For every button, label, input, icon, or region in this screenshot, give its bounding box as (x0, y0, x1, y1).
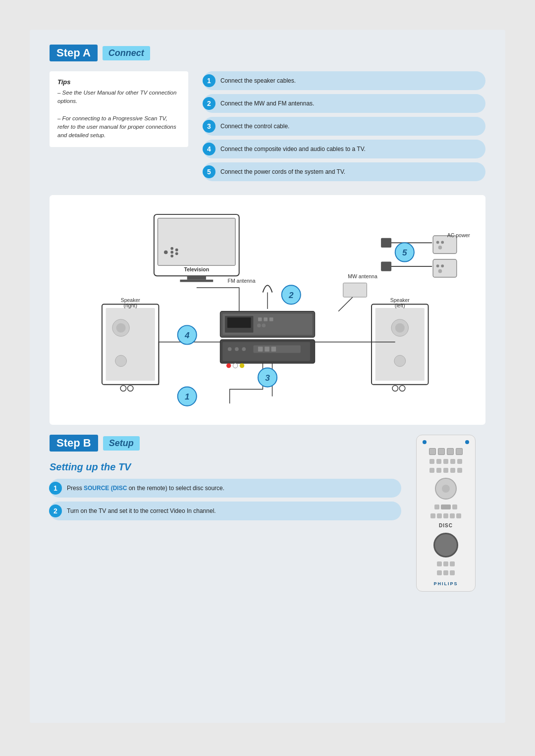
remote-row-5 (430, 513, 461, 518)
svg-rect-54 (433, 259, 457, 277)
step-b-item-2: 2 Turn on the TV and set it to the corre… (50, 502, 401, 520)
remote-btn[interactable] (438, 448, 445, 455)
svg-point-18 (257, 324, 261, 328)
remote-btn-sm[interactable] (437, 570, 442, 575)
remote-btn-sm[interactable] (434, 504, 439, 509)
remote-disc-button[interactable] (433, 533, 458, 557)
step-a-header: Step A Connect (50, 45, 485, 61)
svg-rect-39 (375, 308, 425, 381)
remote-btn-sm[interactable] (452, 504, 457, 509)
svg-text:FM antenna: FM antenna (227, 278, 255, 284)
step-item-4: 4 Connect the composite video and audio … (203, 140, 485, 158)
svg-point-8 (170, 254, 173, 257)
remote-btn-wide[interactable] (441, 504, 451, 509)
remote-btn-sm[interactable] (450, 570, 455, 575)
content-row: Tips – See the User Manual for other TV … (50, 71, 485, 185)
step-b-text-2: Turn on the TV and set it to the correct… (67, 507, 216, 514)
remote-illustration: DISC PHILIPS (416, 435, 485, 592)
remote-btn-sm[interactable] (443, 570, 448, 575)
step-item-5: 5 Connect the power cords of the system … (203, 162, 485, 181)
svg-point-49 (441, 241, 444, 244)
page: Step A Connect Tips – See the User Manua… (30, 30, 505, 723)
svg-text:1: 1 (185, 392, 190, 402)
svg-rect-1 (158, 218, 236, 265)
remote-btn-sm[interactable] (443, 561, 448, 566)
tips-content: – See the User Manual for other TV conne… (57, 89, 180, 140)
svg-rect-63 (343, 283, 367, 298)
step-item-1: 1 Connect the speaker cables. (203, 71, 485, 90)
remote-btn[interactable] (447, 448, 454, 455)
svg-text:Speaker: Speaker (390, 297, 410, 303)
remote-btn[interactable] (429, 448, 436, 455)
svg-point-56 (441, 264, 444, 267)
step-b-title: Setup (103, 436, 140, 451)
remote-btn-sm[interactable] (436, 468, 441, 473)
svg-text:5: 5 (402, 248, 407, 257)
steps-list: 1 Connect the speaker cables. 2 Connect … (203, 71, 485, 185)
remote-btn-sm[interactable] (429, 459, 434, 464)
remote-indicator-right (465, 440, 469, 444)
remote-btn-sm[interactable] (437, 513, 442, 518)
remote-dpad[interactable] (435, 478, 457, 500)
step-text-1: Connect the speaker cables. (220, 77, 296, 84)
remote-btn-sm[interactable] (443, 468, 448, 473)
svg-rect-16 (264, 317, 268, 321)
svg-text:3: 3 (265, 373, 270, 383)
remote-control: DISC PHILIPS (416, 435, 476, 592)
step-num-5: 5 (203, 165, 215, 178)
svg-point-5 (164, 251, 168, 254)
tips-column: Tips – See the User Manual for other TV … (50, 71, 188, 185)
svg-point-42 (394, 355, 406, 367)
svg-point-67 (240, 363, 245, 368)
remote-btn-sm[interactable] (450, 459, 455, 464)
remote-btn[interactable] (456, 448, 463, 455)
step-text-3: Connect the control cable. (220, 123, 289, 130)
tips-box: Tips – See the User Manual for other TV … (50, 71, 188, 147)
step-text-4: Connect the composite video and audio ca… (220, 146, 366, 152)
step-b-num-2: 2 (49, 504, 62, 517)
remote-btn-sm[interactable] (457, 459, 462, 464)
step-b-item-1: 1 Press SOURCE (DISC on the remote) to s… (50, 479, 401, 498)
remote-btn-sm[interactable] (450, 468, 455, 473)
svg-text:MW antenna: MW antenna (348, 273, 377, 279)
remote-btn-sm[interactable] (443, 513, 448, 518)
remote-btn-sm[interactable] (450, 561, 455, 566)
remote-btn-sm[interactable] (436, 459, 441, 464)
svg-point-23 (235, 347, 239, 351)
svg-rect-53 (381, 238, 391, 248)
svg-text:Speaker: Speaker (121, 297, 141, 303)
remote-btn-sm[interactable] (430, 513, 435, 518)
remote-btn-sm[interactable] (450, 513, 455, 518)
remote-dpad-center[interactable] (442, 485, 450, 493)
svg-rect-14 (227, 317, 251, 328)
svg-rect-27 (265, 347, 269, 352)
remote-brand: PHILIPS (433, 581, 458, 586)
remote-disc-label: DISC (439, 523, 453, 528)
step-num-4: 4 (203, 143, 215, 155)
svg-point-66 (233, 363, 238, 368)
step-text-2: Connect the MW and FM antennas. (220, 100, 314, 107)
step-num-1: 1 (203, 74, 215, 87)
svg-point-10 (175, 252, 178, 255)
remote-btn-sm[interactable] (437, 561, 442, 566)
step-a-title: Connect (103, 46, 150, 60)
svg-rect-47 (433, 236, 457, 253)
remote-btn-sm[interactable] (429, 468, 434, 473)
step-item-3: 3 Connect the control cable. (203, 117, 485, 136)
svg-point-19 (262, 324, 266, 328)
svg-rect-15 (258, 317, 262, 321)
svg-point-55 (436, 264, 439, 267)
svg-point-22 (228, 347, 232, 351)
remote-btn-sm[interactable] (457, 468, 462, 473)
svg-point-48 (436, 241, 439, 244)
svg-point-32 (116, 323, 126, 333)
svg-point-57 (438, 269, 442, 273)
svg-point-44 (399, 386, 405, 391)
source-disc-highlight: SOURCE (DISC (84, 485, 127, 492)
remote-btn-sm[interactable] (443, 459, 448, 464)
svg-point-9 (175, 249, 178, 252)
remote-btn-sm[interactable] (456, 513, 461, 518)
setting-title: Setting up the TV (50, 461, 401, 473)
remote-row-4 (434, 504, 457, 509)
step-b-label: Step B (50, 435, 98, 452)
